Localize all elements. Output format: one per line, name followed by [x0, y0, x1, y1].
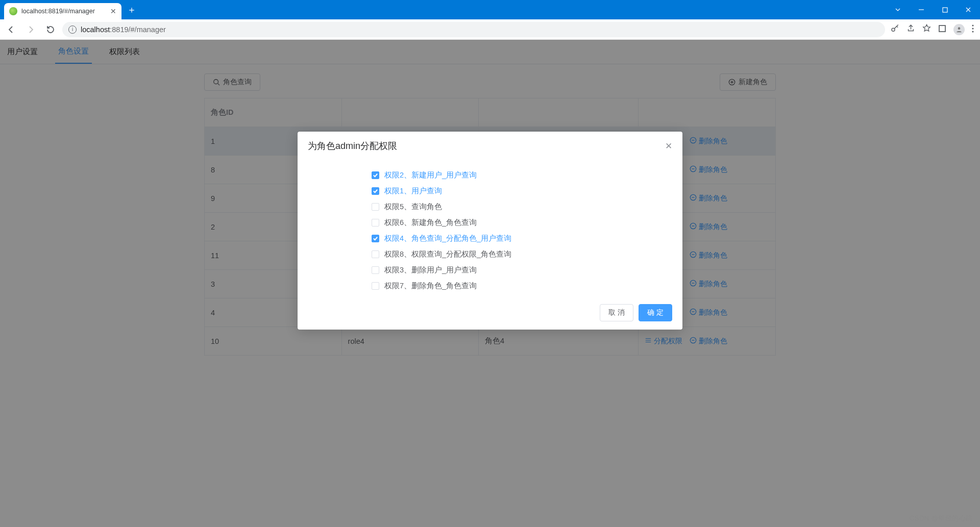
- permission-checkbox-row[interactable]: 权限1、用户查询: [372, 186, 608, 196]
- assign-permissions-dialog: 为角色admin分配权限 ✕ 权限2、新建用户_用户查询权限1、用户查询权限5、…: [298, 132, 682, 330]
- permissions-list: 权限2、新建用户_用户查询权限1、用户查询权限5、查询角色权限6、新建角色_角色…: [372, 170, 608, 291]
- menu-kebab-icon[interactable]: [972, 24, 974, 35]
- dialog-header: 为角色admin分配权限 ✕: [298, 132, 682, 160]
- dialog-footer: 取 消 确 定: [298, 296, 682, 330]
- confirm-button[interactable]: 确 定: [639, 304, 672, 321]
- browser-toolbar: i localhost:8819/#/manager: [0, 19, 980, 40]
- confirm-label: 确 定: [647, 308, 664, 317]
- svg-point-6: [972, 31, 973, 32]
- svg-point-3: [958, 27, 961, 30]
- permission-checkbox-row[interactable]: 权限5、查询角色: [372, 202, 608, 212]
- window-titlebar: localhost:8819/#/manager ✕ ＋: [0, 0, 980, 19]
- cancel-button[interactable]: 取 消: [600, 304, 633, 321]
- window-maximize-icon[interactable]: [933, 0, 957, 19]
- permission-checkbox-row[interactable]: 权限6、新建角色_角色查询: [372, 218, 608, 228]
- toolbar-right-icons: [890, 24, 976, 35]
- close-tab-icon[interactable]: ✕: [110, 7, 116, 15]
- password-key-icon[interactable]: [890, 24, 899, 35]
- share-icon[interactable]: [906, 24, 915, 35]
- checkbox-icon: [372, 235, 379, 242]
- url-path: :8819/#/manager: [110, 26, 166, 34]
- dialog-title: 为角色admin分配权限: [308, 140, 397, 152]
- permission-label: 权限1、用户查询: [384, 186, 442, 196]
- checkbox-icon: [372, 282, 379, 290]
- window-minimize-icon[interactable]: [910, 0, 933, 19]
- profile-avatar-icon[interactable]: [953, 24, 965, 35]
- permission-label: 权限6、新建角色_角色查询: [384, 218, 477, 228]
- checkbox-icon: [372, 203, 379, 211]
- reload-button[interactable]: [43, 22, 57, 37]
- permission-label: 权限3、删除用户_用户查询: [384, 265, 477, 275]
- permission-label: 权限2、新建用户_用户查询: [384, 170, 477, 180]
- app-page: 用户设置角色设置权限列表 角色查询 新建角色 角色ID 1分配权限删除角色: [0, 40, 980, 527]
- site-info-icon[interactable]: i: [68, 26, 77, 34]
- url-host: localhost: [81, 26, 110, 34]
- watermark: CSDN @年轻的心跳: [910, 514, 973, 523]
- permission-checkbox-row[interactable]: 权限2、新建用户_用户查询: [372, 170, 608, 180]
- cancel-label: 取 消: [608, 308, 625, 317]
- checkbox-icon: [372, 250, 379, 258]
- address-bar[interactable]: i localhost:8819/#/manager: [62, 22, 885, 37]
- extensions-icon[interactable]: [938, 24, 946, 35]
- checkbox-icon: [372, 171, 379, 179]
- browser-tab[interactable]: localhost:8819/#/manager ✕: [4, 3, 121, 19]
- dialog-body: 权限2、新建用户_用户查询权限1、用户查询权限5、查询角色权限6、新建角色_角色…: [298, 160, 682, 296]
- permission-checkbox-row[interactable]: 权限3、删除用户_用户查询: [372, 265, 608, 275]
- window-dropdown-icon[interactable]: [886, 0, 910, 19]
- permission-label: 权限8、权限查询_分配权限_角色查询: [384, 249, 511, 259]
- svg-point-5: [972, 28, 973, 29]
- window-close-icon[interactable]: [957, 0, 980, 19]
- checkbox-icon: [372, 219, 379, 227]
- permission-label: 权限4、角色查询_分配角色_用户查询: [384, 234, 511, 243]
- permission-label: 权限7、删除角色_角色查询: [384, 281, 477, 291]
- favicon-icon: [9, 7, 17, 15]
- svg-rect-0: [943, 8, 947, 12]
- forward-button[interactable]: [23, 22, 38, 37]
- window-controls: [886, 0, 980, 19]
- checkbox-icon: [372, 266, 379, 274]
- tab-title: localhost:8819/#/manager: [21, 8, 95, 15]
- permission-label: 权限5、查询角色: [384, 202, 442, 212]
- back-button[interactable]: [4, 22, 18, 37]
- browser-tab-strip: localhost:8819/#/manager ✕ ＋: [0, 0, 139, 19]
- svg-point-4: [972, 24, 973, 26]
- checkbox-icon: [372, 187, 379, 195]
- svg-rect-2: [939, 26, 945, 32]
- permission-checkbox-row[interactable]: 权限7、删除角色_角色查询: [372, 281, 608, 291]
- permission-checkbox-row[interactable]: 权限4、角色查询_分配角色_用户查询: [372, 234, 608, 243]
- dialog-close-icon[interactable]: ✕: [665, 141, 672, 152]
- bookmark-star-icon[interactable]: [922, 24, 931, 35]
- new-tab-button[interactable]: ＋: [125, 3, 139, 17]
- permission-checkbox-row[interactable]: 权限8、权限查询_分配权限_角色查询: [372, 249, 608, 259]
